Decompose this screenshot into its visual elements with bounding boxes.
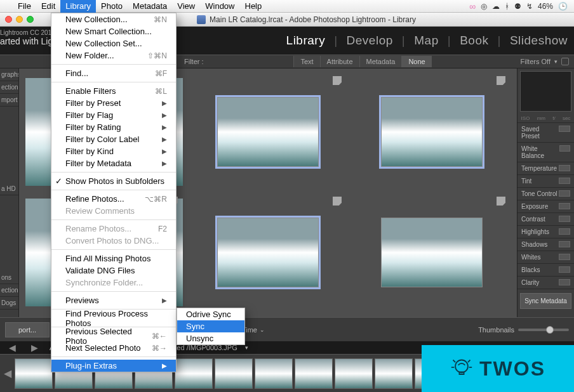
flag-icon[interactable] [497, 197, 505, 206]
value-box[interactable] [559, 228, 570, 235]
histogram[interactable] [520, 71, 571, 112]
sidebar-item[interactable]: graphs [0, 69, 18, 81]
menu-item[interactable]: Filter by Color Label▶ [51, 133, 176, 145]
menu-item[interactable]: New Smart Collection... [51, 25, 176, 37]
menu-edit[interactable]: Edit [36, 0, 60, 13]
value-box[interactable] [559, 165, 570, 171]
thumbnail[interactable] [381, 218, 483, 287]
module-map[interactable]: Map [414, 34, 438, 48]
sidebar-item[interactable]: Dogs [0, 297, 18, 310]
thumbnail-size-slider[interactable] [518, 329, 569, 331]
filmstrip-thumb[interactable] [295, 358, 333, 389]
filters-off-label[interactable]: Filters Off [521, 58, 551, 65]
menu-item[interactable]: New Collection...⌘N [51, 13, 176, 25]
thumbnail[interactable] [217, 218, 319, 287]
value-box[interactable] [559, 266, 570, 273]
value-box[interactable] [559, 178, 570, 184]
menu-item[interactable]: New Folder...⇧⌘N [51, 49, 176, 62]
clock-icon[interactable]: 🕒 [558, 2, 568, 11]
submenu-item[interactable]: Sync [177, 320, 244, 332]
menu-item[interactable]: Filter by Preset▶ [51, 97, 176, 109]
sidebar-item[interactable]: ection [0, 81, 18, 94]
chevron-down-icon[interactable]: ⌄ [260, 327, 265, 333]
chevron-left-icon[interactable]: ◀ [3, 367, 13, 379]
import-button[interactable]: port... [5, 322, 50, 337]
module-library[interactable]: Library [286, 34, 326, 48]
menu-item[interactable]: Find All Missing Photos [51, 252, 176, 265]
chevron-down-icon[interactable]: ▾ [245, 344, 248, 351]
lock-icon[interactable] [561, 58, 569, 65]
value-box[interactable] [559, 216, 570, 222]
filter-tab-text[interactable]: Text [293, 56, 319, 67]
flag-icon[interactable] [333, 197, 342, 206]
menu-photo[interactable]: Photo [96, 0, 128, 13]
cc-icon[interactable]: ◎ [481, 2, 487, 11]
bluetooth-icon[interactable]: ᚼ [505, 2, 509, 11]
menu-item[interactable]: Validate DNG Files [51, 265, 176, 277]
close-button[interactable] [5, 16, 12, 23]
zoom-button[interactable] [27, 16, 34, 23]
filter-tab-none[interactable]: None [401, 56, 431, 67]
menu-metadata[interactable]: Metadata [128, 0, 172, 13]
shadows-label: Shadows [521, 241, 547, 248]
flag-icon[interactable] [333, 76, 342, 85]
filmstrip-thumb[interactable] [15, 358, 53, 389]
menu-item[interactable]: Next Selected Photo⌘→ [51, 342, 176, 354]
histo-iso: ISO [521, 115, 530, 121]
module-develop[interactable]: Develop [347, 34, 393, 48]
menu-item[interactable]: Previous Selected Photo⌘← [51, 330, 176, 342]
menu-item[interactable]: Plug-in Extras▶ [51, 360, 176, 372]
menu-help[interactable]: Help [240, 0, 267, 13]
histo-f: f/ [552, 115, 555, 121]
module-slideshow[interactable]: Slideshow [510, 34, 568, 48]
sidebar-item[interactable]: ections [0, 284, 18, 297]
sync-metadata-button[interactable]: Sync Metadata [520, 293, 571, 309]
value-box[interactable] [559, 203, 570, 209]
filmstrip-thumb[interactable] [175, 358, 213, 389]
dropdown-icon[interactable] [559, 190, 570, 197]
thumbnail[interactable] [217, 97, 319, 167]
cloud-icon[interactable]: ☁ [492, 2, 500, 11]
minimize-button[interactable] [16, 16, 23, 23]
filmstrip-thumb[interactable] [255, 358, 293, 389]
filmstrip-thumb[interactable] [375, 358, 413, 389]
watermark-text: TWOS [479, 357, 545, 381]
menu-item[interactable]: Refine Photos...⌥⌘R [51, 193, 176, 205]
filmstrip-thumb[interactable] [335, 358, 373, 389]
value-box[interactable] [559, 254, 570, 260]
menu-item[interactable]: Filter by Metadata▶ [51, 157, 176, 169]
menu-file[interactable]: File [13, 0, 36, 13]
filter-tab-metadata[interactable]: Metadata [359, 56, 402, 67]
submenu-item[interactable]: Unsync [177, 332, 244, 344]
menu-item[interactable]: Enable Filters⌘L [51, 85, 176, 97]
menu-item[interactable]: Filter by Rating▶ [51, 121, 176, 133]
wifi-icon[interactable]: ⚉ [514, 2, 521, 11]
filter-tab-attribute[interactable]: Attribute [320, 56, 359, 67]
sidebar-item[interactable]: mport [0, 94, 18, 107]
menu-item[interactable]: Show Photos in Subfolders [51, 175, 176, 187]
menu-library[interactable]: Library [60, 0, 96, 13]
menu-item[interactable]: New Collection Set... [51, 37, 176, 49]
chevron-right-icon[interactable]: ▶ [27, 343, 42, 353]
thumbnail[interactable] [381, 97, 483, 167]
value-box[interactable] [559, 279, 570, 285]
dropdown-icon[interactable] [559, 145, 570, 152]
battery-icon[interactable]: ↯ [526, 2, 533, 11]
menu-window[interactable]: Window [200, 0, 239, 13]
menu-item[interactable]: Previews▶ [51, 294, 176, 306]
menu-item[interactable]: Find Previous Process Photos [51, 312, 176, 324]
menu-item[interactable]: Find...⌘F [51, 67, 176, 79]
menu-item[interactable]: Filter by Kind▶ [51, 145, 176, 157]
filmstrip-thumb[interactable] [215, 358, 253, 389]
sidebar-item[interactable]: a HD [0, 183, 18, 195]
module-book[interactable]: Book [460, 34, 488, 48]
chevron-left-icon[interactable]: ◀ [5, 343, 20, 353]
sidebar-item[interactable]: ons [0, 271, 18, 284]
value-box[interactable] [559, 241, 570, 247]
menu-view[interactable]: View [172, 0, 200, 13]
menu-item[interactable]: Filter by Flag▶ [51, 109, 176, 121]
submenu-item[interactable]: Odrive Sync [177, 308, 244, 320]
flag-icon[interactable] [497, 76, 505, 85]
chevron-down-icon[interactable]: ▾ [554, 58, 557, 65]
dropdown-icon[interactable] [559, 126, 570, 132]
